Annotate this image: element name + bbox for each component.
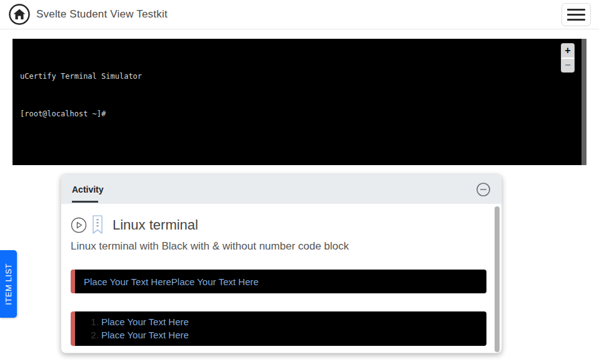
code-block-plain: Place Your Text HerePlace Your Text Here	[71, 270, 486, 293]
hamburger-menu-icon	[567, 9, 585, 11]
item-list-tab-label: ITEM LIST	[4, 263, 13, 305]
zoom-out-button[interactable]: −	[561, 59, 574, 73]
activity-card-body: Linux terminal Linux terminal with Black…	[61, 204, 501, 346]
code-block-link[interactable]: Place Your Text HerePlace Your Text Here	[84, 276, 259, 287]
home-icon	[8, 3, 31, 26]
top-navbar: Svelte Student View Testkit	[0, 0, 599, 29]
play-icon	[71, 217, 87, 233]
item-list-tab[interactable]: ITEM LIST	[0, 250, 17, 318]
activity-card-title: Activity	[72, 185, 104, 195]
play-button[interactable]	[71, 217, 87, 233]
terminal-banner: uCertify Terminal Simulator	[20, 70, 579, 83]
bookmark-icon	[92, 215, 103, 235]
list-item-link[interactable]: Place Your Text Here	[101, 316, 189, 327]
terminal-scrollbar[interactable]	[581, 39, 586, 165]
bookmark-button[interactable]	[92, 215, 103, 235]
terminal-prompt: [root@localhost ~]#	[20, 108, 579, 120]
list-item: Place Your Text Here	[101, 328, 478, 341]
terminal-simulator[interactable]: uCertify Terminal Simulator [root@localh…	[13, 39, 586, 165]
code-block-numbered: Place Your Text Here Place Your Text Her…	[71, 311, 486, 346]
collapse-button[interactable]	[476, 182, 491, 197]
activity-card-header: Activity	[61, 174, 501, 204]
numbered-list: Place Your Text Here Place Your Text Her…	[75, 315, 478, 341]
activity-title-row: Linux terminal	[71, 215, 483, 235]
app-title: Svelte Student View Testkit	[36, 8, 168, 21]
hamburger-menu-button[interactable]	[561, 3, 591, 26]
terminal-zoom-control: + −	[561, 44, 574, 72]
list-item: Place Your Text Here	[101, 315, 478, 328]
home-button[interactable]	[8, 3, 31, 26]
card-scrollbar[interactable]	[495, 206, 500, 352]
list-item-link[interactable]: Place Your Text Here	[101, 330, 189, 340]
activity-heading: Linux terminal	[113, 217, 198, 233]
zoom-in-button[interactable]: +	[561, 44, 574, 59]
minus-circle-icon	[476, 182, 491, 197]
activity-card: Activity L	[61, 174, 502, 353]
activity-description: Linux terminal with Black with & without…	[71, 240, 483, 253]
